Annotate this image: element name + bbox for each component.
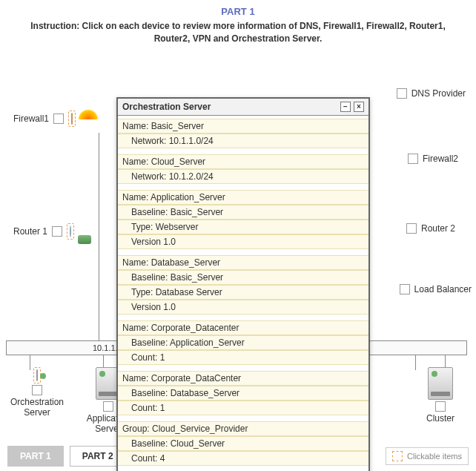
dns-checkbox[interactable] [397,88,407,99]
cluster-label: Cluster [426,413,454,424]
device-loadbalancer[interactable]: Load Balancer [400,284,472,294]
popup-row: Baseline: Application_Server [118,335,368,350]
connector-line [99,133,99,348]
popup-window[interactable]: Orchestration Server − × Name: Basic_Ser… [116,97,370,471]
popup-row: Count: 1 [118,401,368,415]
popup-row-title: Name: Basic_Server [118,119,368,134]
orch-icon-wrap[interactable] [33,367,41,383]
device-orchestration[interactable]: Orchestration Server [10,367,64,418]
device-firewall2[interactable]: Firewall2 [408,154,458,164]
popup-row: Count: 1 [118,350,368,365]
popup-row-title: Name: Application_Server [118,190,368,205]
popup-body: Name: Basic_ServerNetwork: 10.1.1.0/24Na… [118,116,368,471]
firewall1-icon-wrap[interactable] [68,111,76,127]
loadbalancer-checkbox[interactable] [400,284,410,294]
loadbalancer-label: Load Balancer [414,284,472,294]
popup-title-text: Orchestration Server [122,102,211,112]
device-router1[interactable]: Router 1 [13,223,74,240]
firewall-icon [71,113,73,125]
firewall1-label: Firewall1 [13,113,49,124]
popup-row-title: Name: Corporate_Datacenter [118,320,368,335]
firewall2-label: Firewall2 [423,154,458,164]
device-router2[interactable]: Router 2 [406,223,455,234]
orch-label: Orchestration Server [10,397,64,418]
router2-checkbox[interactable] [406,223,417,234]
server-icon [36,369,38,381]
router2-label: Router 2 [421,223,455,234]
popup-row: Baseline: Basic_Server [118,205,368,220]
legend-label: Clickable items [407,452,462,461]
popup-row: Baseline: Basic_Server [118,270,368,285]
router1-label: Router 1 [13,226,47,237]
popup-row: Baseline: Database_Server [118,386,368,401]
close-button[interactable]: × [354,102,364,112]
dns-label: DNS Provider [411,88,466,99]
network-diagram: Firewall1 DNS Provider Firewall2 Router … [0,51,476,444]
cluster-checkbox[interactable] [435,401,446,412]
server-icon [428,367,453,400]
popup-row: Baseline: Cloud_Server [118,436,368,451]
orch-checkbox[interactable] [32,385,42,395]
popup-row: Network: 10.1.1.0/24 [118,134,368,148]
device-cluster[interactable]: Cluster [418,367,463,424]
popup-row: Network: 10.1.2.0/24 [118,169,368,184]
device-dns[interactable]: DNS Provider [397,88,466,99]
popup-row-title: Group: Cloud_Service_Provider [118,421,368,436]
instruction-text: Instruction: Click on each device to rev… [0,17,476,51]
popup-row: Type: Database Server [118,285,368,300]
tab-part1[interactable]: PART 1 [7,446,64,467]
popup-row: Version 1.0 [118,234,368,249]
router-icon [70,225,71,237]
popup-titlebar[interactable]: Orchestration Server − × [118,99,368,116]
popup-row-title: Name: Cloud_Server [118,154,368,169]
minimize-button[interactable]: − [340,102,351,112]
legend-clickable: Clickable items [386,447,469,465]
router1-icon-wrap[interactable] [67,223,74,240]
popup-row: Version 1.0 [118,300,368,314]
device-firewall1[interactable]: Firewall1 [13,111,76,127]
app-checkbox[interactable] [103,401,113,412]
popup-row-title: Name: Corporate_DataCenter [118,371,368,386]
firewall2-checkbox[interactable] [408,154,418,164]
part-title: PART 1 [0,0,476,17]
popup-row: Type: Webserver [118,220,368,234]
popup-row: Count: 4 [118,451,368,466]
router1-checkbox[interactable] [52,226,62,237]
legend-swatch [392,451,403,461]
popup-row-title: Name: Database_Server [118,255,368,270]
firewall1-checkbox[interactable] [53,113,64,124]
